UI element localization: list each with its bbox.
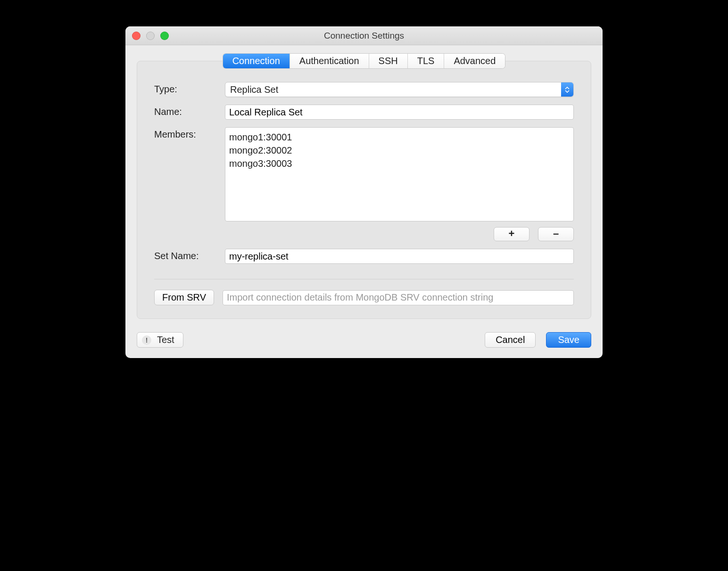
content: Connection Authentication SSH TLS Advanc…	[125, 45, 603, 358]
list-item[interactable]: mongo1:30001	[229, 131, 570, 144]
tab-tls[interactable]: TLS	[408, 54, 445, 68]
connection-panel: Type: Replica Set Name:	[137, 61, 591, 319]
warning-icon: !	[142, 335, 151, 345]
from-srv-button[interactable]: From SRV	[154, 290, 214, 305]
members-label: Members:	[154, 127, 225, 140]
list-item[interactable]: mongo3:30003	[229, 157, 570, 170]
divider	[154, 279, 574, 279]
name-input[interactable]	[225, 105, 574, 120]
tab-authentication[interactable]: Authentication	[290, 54, 369, 68]
srv-input[interactable]	[223, 290, 574, 305]
test-button[interactable]: ! Test	[137, 332, 183, 348]
footer: ! Test Cancel Save	[137, 332, 591, 348]
connection-settings-window: Connection Settings Connection Authentic…	[125, 26, 603, 358]
setname-label: Set Name:	[154, 249, 225, 261]
titlebar: Connection Settings	[125, 26, 603, 45]
tab-advanced[interactable]: Advanced	[444, 54, 505, 68]
members-listbox[interactable]: mongo1:30001 mongo2:30002 mongo3:30003	[225, 127, 574, 221]
setname-input[interactable]	[225, 249, 574, 264]
remove-member-button[interactable]: –	[538, 227, 574, 241]
window-title: Connection Settings	[125, 31, 603, 41]
add-member-button[interactable]: +	[494, 227, 529, 241]
type-label: Type:	[154, 82, 225, 95]
name-label: Name:	[154, 105, 225, 117]
test-button-label: Test	[157, 334, 174, 345]
type-select-value: Replica Set	[225, 84, 561, 95]
save-button[interactable]: Save	[546, 332, 591, 348]
tab-connection[interactable]: Connection	[223, 54, 290, 68]
cancel-button[interactable]: Cancel	[485, 332, 536, 348]
type-select[interactable]: Replica Set	[225, 82, 574, 97]
list-item[interactable]: mongo2:30002	[229, 144, 570, 157]
tab-ssh[interactable]: SSH	[369, 54, 408, 68]
chevron-up-down-icon	[561, 82, 573, 97]
